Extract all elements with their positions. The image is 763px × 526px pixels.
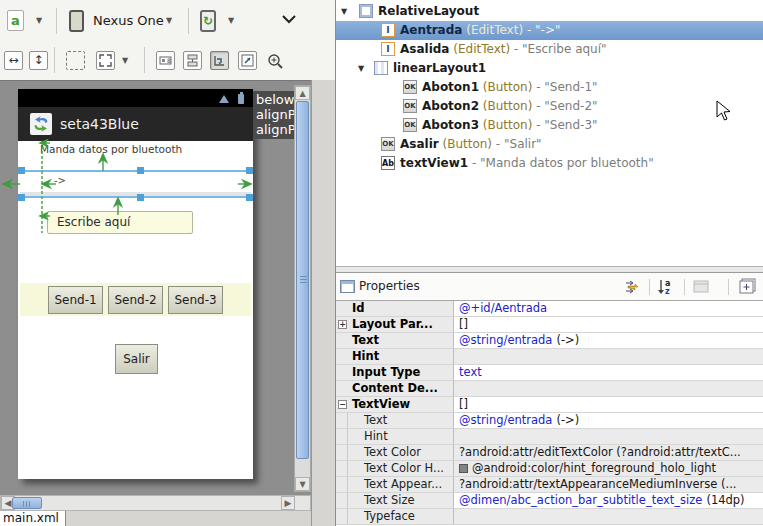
properties-panel: Properties az Id@+id/Aentrada+Layout Par… <box>336 273 763 526</box>
property-value[interactable]: @string/entrada(->) <box>453 413 763 429</box>
outline-row-Aentrada[interactable]: IAentrada (EditText) - "->" <box>336 21 763 40</box>
outline-row-Asalida[interactable]: IAsalida (EditText) - "Escribe aquí" <box>336 40 763 59</box>
avd-dropdown-chevron-icon[interactable]: ▼ <box>228 16 234 25</box>
property-value[interactable]: ?android:attr/textAppearanceMediumInvers… <box>453 477 763 493</box>
property-row-text-size[interactable]: Text Size@dimen/abc_action_bar_subtitle_… <box>336 493 763 509</box>
properties-title: Properties <box>359 279 420 293</box>
outline-row-Aboton2[interactable]: OKAboton2 (Button) - "Send-2" <box>336 97 763 116</box>
canvas-send-button-3[interactable]: Send-3 <box>168 286 223 314</box>
expand-dropdown-chevron-icon[interactable]: ▼ <box>122 56 128 65</box>
property-row-text-color[interactable]: Text Color?android:attr/editTextColor (?… <box>336 445 763 461</box>
show-constraints-button[interactable] <box>183 51 202 70</box>
property-value[interactable] <box>453 429 763 445</box>
property-row-hint[interactable]: Hint <box>336 429 763 445</box>
property-row-text[interactable]: Text@string/entrada(->) <box>336 333 763 349</box>
expander-icon[interactable]: ▼ <box>358 59 364 78</box>
scroll-up-button[interactable]: ▲ <box>295 86 310 100</box>
canvas-send-button-1[interactable]: Send-1 <box>48 286 103 314</box>
outline-node-name: Aboton1 <box>422 80 479 94</box>
device-icon[interactable] <box>69 10 84 32</box>
device-dropdown-chevron-icon[interactable]: ▼ <box>166 16 172 25</box>
outline-node-value: - "Escribe aquí" <box>510 42 606 56</box>
property-row-id[interactable]: Id@+id/Aentrada <box>336 301 763 317</box>
property-value[interactable]: ?android:attr/editTextColor (?android:at… <box>453 445 763 461</box>
app-title: seta43Blue <box>60 107 139 141</box>
selection-mode-button[interactable] <box>66 51 85 70</box>
config-dropdown-chevron-icon[interactable]: ▼ <box>36 16 42 25</box>
outline-row-linearLayout1[interactable]: ▼linearLayout1 <box>336 59 763 78</box>
property-label: Text Color H... <box>348 461 453 477</box>
property-row-layout-par-[interactable]: +Layout Par...[] <box>336 317 763 333</box>
property-value[interactable]: @string/entrada(->) <box>453 333 763 349</box>
scroll-down-button[interactable]: ▼ <box>295 477 310 491</box>
horizontal-scroll-thumb[interactable] <box>12 497 42 509</box>
editor-outline-sash[interactable] <box>311 80 335 526</box>
layout-canvas[interactable]: seta43Blue Manda datos por bluetooth -> … <box>0 80 311 495</box>
battery-icon <box>238 94 244 104</box>
canvas-vertical-scrollbar[interactable]: ▲ ▼ <box>294 85 311 492</box>
device-preview: seta43Blue Manda datos por bluetooth -> … <box>18 89 253 479</box>
outline-row-Asalir[interactable]: OKAsalir (Button) - "Salir" <box>336 135 763 154</box>
fill-height-button[interactable]: ↕ <box>29 51 48 70</box>
canvas-salida-edittext[interactable]: Escribe aquí <box>47 211 193 234</box>
layout-content[interactable]: Manda datos por bluetooth -> Escribe aqu… <box>18 141 253 479</box>
expand-to-fit-button[interactable] <box>96 51 115 70</box>
property-value[interactable]: @+id/Aentrada <box>453 301 763 317</box>
property-value[interactable]: text <box>453 365 763 381</box>
fill-width-button[interactable]: ↔ <box>4 51 23 70</box>
button-icon: OK <box>403 80 417 94</box>
canvas-entrada-edittext[interactable]: -> <box>54 175 66 186</box>
avd-icon[interactable]: ↻ <box>200 10 216 32</box>
property-row-content-de-[interactable]: Content De... <box>336 381 763 397</box>
pin-properties-button[interactable] <box>738 278 758 296</box>
editor-tab-bar: main.xml <box>0 511 311 526</box>
outline-node-value: - "Send-1" <box>532 80 597 94</box>
canvas-send-button-2[interactable]: Send-2 <box>108 286 163 314</box>
show-advanced-properties-button[interactable] <box>624 278 644 296</box>
device-selector[interactable]: Nexus One <box>93 13 164 28</box>
tab-main-xml[interactable]: main.xml <box>0 511 66 526</box>
collapse-icon[interactable]: − <box>338 400 347 409</box>
property-row-typeface[interactable]: Typeface <box>336 509 763 525</box>
canvas-salir-button[interactable]: Salir <box>115 344 158 374</box>
collapse-toolbar-chevron-icon[interactable] <box>281 14 297 24</box>
property-row-hint[interactable]: Hint <box>336 349 763 365</box>
property-value[interactable]: @dimen/abc_action_bar_subtitle_text_size… <box>453 493 763 509</box>
property-row-text-appear-[interactable]: Text Appear...?android:attr/textAppearan… <box>336 477 763 493</box>
expander-icon[interactable]: ▼ <box>341 2 347 21</box>
vertical-scroll-thumb[interactable] <box>296 101 309 459</box>
zoom-in-button[interactable] <box>266 51 285 70</box>
expand-icon[interactable]: + <box>338 320 347 329</box>
outline-row-Aboton3[interactable]: OKAboton3 (Button) - "Send-3" <box>336 116 763 135</box>
property-row-textview[interactable]: −TextView[] <box>336 397 763 413</box>
outline-node-type: (Button) <box>479 118 532 132</box>
canvas-textview[interactable]: Manda datos por bluetooth <box>40 143 182 155</box>
config-file-icon[interactable]: a <box>7 10 24 31</box>
outline-node-name: Asalida <box>400 42 449 56</box>
property-value[interactable]: [] <box>453 317 763 333</box>
property-value[interactable] <box>453 381 763 397</box>
show-margins-button[interactable] <box>238 51 257 70</box>
properties-table-icon <box>340 280 355 293</box>
show-includes-button[interactable]: 8 <box>156 51 175 70</box>
property-row-input-type[interactable]: Input Typetext <box>336 365 763 381</box>
property-value[interactable]: @android:color/hint_foreground_holo_ligh… <box>453 461 763 477</box>
outline-row-RelativeLayout[interactable]: ▼RelativeLayout <box>336 2 763 21</box>
outline-row-Aboton1[interactable]: OKAboton1 (Button) - "Send-1" <box>336 78 763 97</box>
snap-to-grid-button[interactable] <box>210 51 229 70</box>
sort-alphabetically-button[interactable]: az <box>656 278 676 296</box>
canvas-horizontal-scrollbar[interactable]: ◀ ▶ <box>0 495 311 511</box>
outline-properties-sash[interactable] <box>336 266 763 273</box>
property-gutter <box>336 461 348 477</box>
outline-row-textView1[interactable]: AbtextView1 - "Manda datos por bluetooth… <box>336 154 763 173</box>
outline-node-name: Aboton2 <box>422 99 479 113</box>
property-row-text[interactable]: Text@string/entrada(->) <box>336 413 763 429</box>
property-value[interactable]: [] <box>453 397 763 413</box>
property-value[interactable] <box>453 349 763 365</box>
property-row-text-color-h-[interactable]: Text Color H...@android:color/hint_foreg… <box>336 461 763 477</box>
outline-node-value: - "Send-3" <box>532 118 597 132</box>
scroll-right-button[interactable]: ▶ <box>281 496 295 510</box>
outline-node-type: (EditText) <box>462 23 523 37</box>
tooltip-line: below <box>256 92 294 107</box>
property-value[interactable] <box>453 509 763 525</box>
